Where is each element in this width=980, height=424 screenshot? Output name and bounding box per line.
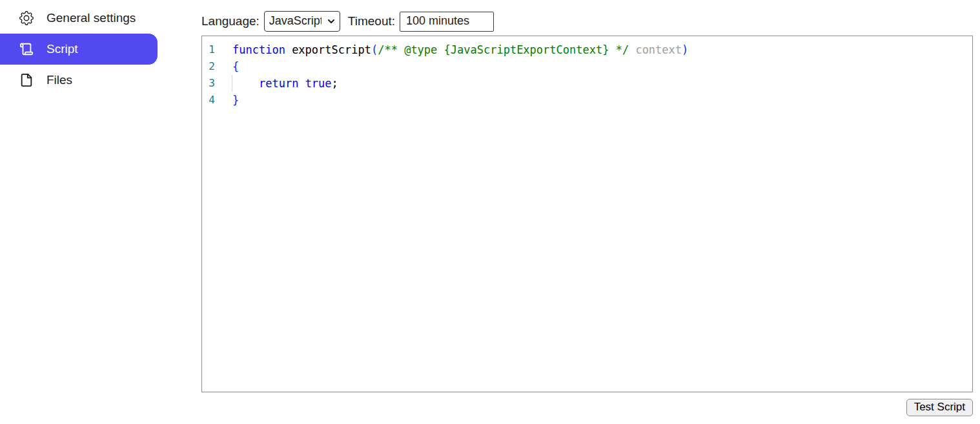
timeout-label: Timeout: <box>348 14 395 28</box>
line-number: 2 <box>209 58 215 75</box>
code-line: 4} <box>202 92 972 109</box>
code-line: 2{ <box>202 58 972 75</box>
sidebar-item-files[interactable]: Files <box>0 65 158 96</box>
sidebar-item-script[interactable]: Script <box>0 34 158 65</box>
code-editor[interactable]: 1function exportScript(/** @type {JavaSc… <box>201 36 973 392</box>
gear-icon <box>19 11 34 25</box>
main-panel: Language: JavaScript Timeout: 1function … <box>201 0 980 424</box>
scroll-icon <box>19 42 34 56</box>
file-icon <box>19 73 34 87</box>
app-window: General settings Script Files Lan <box>0 0 980 424</box>
code-text: return true; <box>232 75 338 92</box>
language-label: Language: <box>201 14 260 28</box>
code-lines: 1function exportScript(/** @type {JavaSc… <box>202 41 972 109</box>
sidebar-item-label: Files <box>46 73 72 87</box>
code-line: 3 return true; <box>202 75 972 92</box>
code-line: 1function exportScript(/** @type {JavaSc… <box>202 41 972 58</box>
timeout-input[interactable] <box>400 12 494 32</box>
sidebar-item-label: Script <box>46 42 78 56</box>
code-text: function exportScript(/** @type {JavaScr… <box>232 41 688 58</box>
language-select[interactable]: JavaScript <box>264 11 340 32</box>
sidebar-item-general-settings[interactable]: General settings <box>0 3 158 34</box>
footer-bar: Test Script <box>201 399 973 416</box>
line-number: 3 <box>209 75 215 92</box>
line-number: 4 <box>209 92 215 109</box>
sidebar: General settings Script Files <box>0 0 201 424</box>
code-text: { <box>232 58 239 75</box>
code-text: } <box>232 92 239 109</box>
sidebar-item-label: General settings <box>46 11 136 25</box>
language-select-wrap: JavaScript <box>264 11 340 32</box>
editor-toolbar: Language: JavaScript Timeout: <box>201 10 980 33</box>
line-number: 1 <box>209 41 215 58</box>
test-script-button[interactable]: Test Script <box>906 399 973 416</box>
